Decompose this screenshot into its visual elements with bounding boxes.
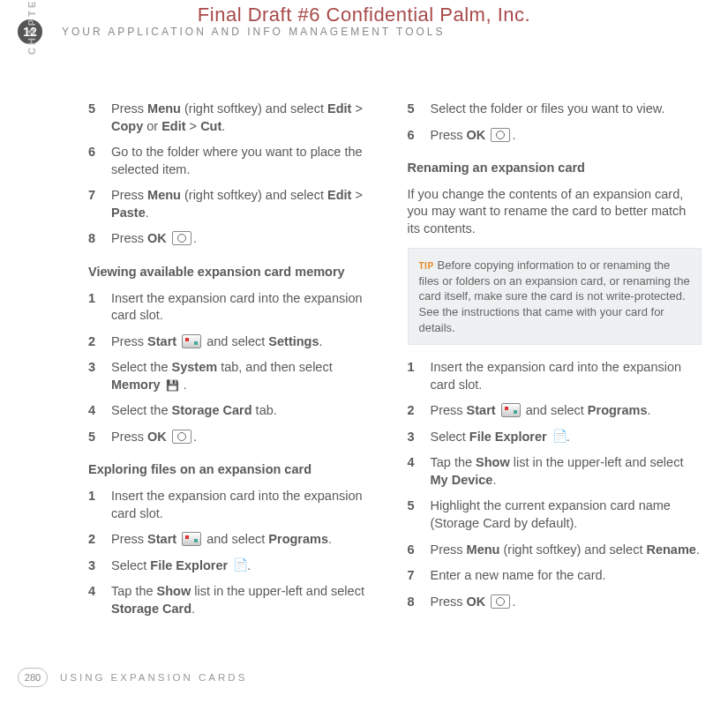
step-number: 4 <box>408 454 431 489</box>
step: 3Select File Explorer . <box>408 429 702 446</box>
step-text: Go to the folder where you want to place… <box>111 144 383 178</box>
step-number: 8 <box>408 594 431 611</box>
step-number: 7 <box>88 187 111 221</box>
step-text: Tap the Show list in the upper-left and … <box>111 583 383 617</box>
step-text: Press Start and select Settings. <box>111 333 383 351</box>
bold-text: OK <box>147 231 167 245</box>
bold-text: My Device <box>431 473 493 487</box>
step-text: Insert the expansion card into the expan… <box>111 488 383 522</box>
step-number: 3 <box>88 557 111 575</box>
step-text: Press OK . <box>111 429 383 446</box>
file-icon <box>552 430 565 444</box>
step-text: Select File Explorer . <box>111 557 383 575</box>
bold-text: Edit <box>327 101 351 116</box>
bold-text: OK <box>467 128 486 142</box>
step-text: Highlight the current expansion card nam… <box>431 497 702 532</box>
ok-icon <box>172 231 191 245</box>
step-text: Press Menu (right softkey) and select Ed… <box>111 101 383 135</box>
intro-paragraph: If you change the contents of an expansi… <box>408 186 702 238</box>
step-number: 8 <box>88 230 111 248</box>
bold-text: Menu <box>147 101 181 116</box>
start-icon <box>182 532 201 546</box>
bold-text: Memory <box>111 378 161 392</box>
step-text: Tap the Show list in the upper-left and … <box>431 454 702 489</box>
step: 1Insert the expansion card into the expa… <box>88 488 383 522</box>
bold-text: File Explorer <box>469 430 547 444</box>
bold-text: OK <box>467 595 486 609</box>
step-text: Press Start and select Programs. <box>431 402 702 420</box>
step-text: Enter a new name for the card. <box>431 567 702 585</box>
section-heading: Renaming an expansion card <box>408 160 702 177</box>
chapter-label-vertical: CHAPTER <box>26 0 37 55</box>
step-number: 2 <box>88 531 111 549</box>
bold-text: Start <box>467 403 496 417</box>
bold-text: Programs <box>588 403 648 417</box>
step-text: Insert the expansion card into the expan… <box>431 359 702 393</box>
section-heading: Viewing available expansion card memory <box>88 264 383 281</box>
bold-text: Rename <box>646 542 695 557</box>
bold-text: System <box>172 360 218 374</box>
bold-text: Settings <box>268 334 319 348</box>
bold-text: OK <box>147 430 167 444</box>
bold-text: Start <box>147 532 176 546</box>
step: 2Press Start and select Programs. <box>88 531 383 549</box>
right-column: 5Select the folder or files you want to … <box>408 97 702 650</box>
step-text: Press Menu (right softkey) and select Re… <box>431 542 702 559</box>
step-text: Select File Explorer . <box>431 429 702 446</box>
ok-icon <box>491 128 510 142</box>
step-number: 5 <box>408 497 431 532</box>
page-footer: 280 USING EXPANSION CARDS <box>18 668 247 687</box>
bold-text: Edit <box>161 119 185 133</box>
step: 5Press OK . <box>88 429 383 446</box>
step-number: 6 <box>408 127 431 145</box>
section-heading: Exploring files on an expansion card <box>88 461 383 479</box>
step-text: Press Start and select Programs. <box>111 531 383 549</box>
step: 1Insert the expansion card into the expa… <box>408 359 702 393</box>
step-number: 5 <box>88 101 111 135</box>
step-number: 3 <box>408 429 431 446</box>
step-number: 1 <box>88 290 111 325</box>
step: 5Press Menu (right softkey) and select E… <box>88 101 383 135</box>
file-icon <box>233 558 245 572</box>
step-number: 5 <box>88 429 111 446</box>
bold-text: Storage Card <box>111 602 191 616</box>
step: 8Press OK . <box>408 594 702 611</box>
step: 3Select the System tab, and then select … <box>88 359 383 393</box>
page-number: 280 <box>18 668 48 687</box>
step-number: 6 <box>408 542 431 559</box>
step: 8Press OK . <box>88 230 383 248</box>
bold-text: Start <box>147 334 176 348</box>
step-text: Press Menu (right softkey) and select Ed… <box>111 187 383 221</box>
step: 6Press Menu (right softkey) and select R… <box>408 542 702 559</box>
bold-text: Copy <box>111 119 143 133</box>
step: 2Press Start and select Settings. <box>88 333 383 351</box>
step: 3Select File Explorer . <box>88 557 383 575</box>
step-number: 1 <box>88 488 111 522</box>
step-number: 1 <box>408 359 431 393</box>
step-text: Press OK . <box>111 230 383 248</box>
ok-icon <box>172 430 191 444</box>
step: 6Go to the folder where you want to plac… <box>88 144 383 178</box>
step-text: Insert the expansion card into the expan… <box>111 290 383 325</box>
step-text: Press OK . <box>431 594 702 611</box>
step-number: 3 <box>88 359 111 393</box>
step: 4Select the Storage Card tab. <box>88 402 383 420</box>
step-number: 2 <box>88 333 111 351</box>
bold-text: Edit <box>327 188 351 202</box>
start-icon <box>501 403 521 417</box>
bold-text: Show <box>157 584 191 598</box>
step-text: Press OK . <box>431 127 702 145</box>
bold-text: Show <box>476 455 510 469</box>
bold-text: Programs <box>268 532 328 546</box>
step: 7Press Menu (right softkey) and select E… <box>88 187 383 221</box>
step: 5Select the folder or files you want to … <box>408 101 702 118</box>
step: 5Highlight the current expansion card na… <box>408 497 702 532</box>
step-text: Select the System tab, and then select M… <box>111 359 383 393</box>
page-body: 5Press Menu (right softkey) and select E… <box>88 97 702 650</box>
step-number: 7 <box>408 567 431 585</box>
tip-label: TIP <box>419 261 434 271</box>
step: 4Tap the Show list in the upper-left and… <box>408 454 702 489</box>
step-number: 5 <box>408 101 431 118</box>
bold-text: Cut <box>200 119 221 133</box>
start-icon <box>182 334 201 348</box>
